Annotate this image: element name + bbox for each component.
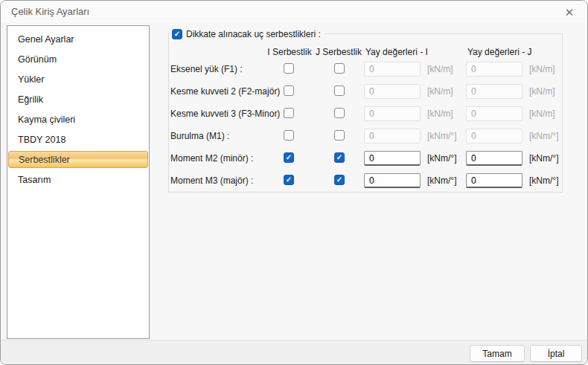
i-release-checkbox[interactable]: ✓ <box>284 85 294 96</box>
spring-value-i-input <box>364 84 421 99</box>
i-release-checkbox[interactable]: ✓ <box>284 108 294 118</box>
j-release-checkbox[interactable]: ✓ <box>334 85 345 96</box>
row-label: Kesme kuvveti 3 (F3-Minor) : <box>170 109 285 119</box>
dialog-window: Çelik Kiriş Ayarları ✕ Genel AyarlarGörü… <box>0 0 588 365</box>
j-release-checkbox[interactable]: ✓ <box>334 130 345 140</box>
spring-value-i-input[interactable] <box>364 151 421 166</box>
ok-button[interactable]: Tamam <box>470 345 525 362</box>
row-label: Eksenel yük (F1) : <box>170 64 243 74</box>
unit-label-j: [kNm/°] <box>529 175 558 186</box>
check-icon: ✓ <box>286 154 292 161</box>
unit-label-i: [kNm/°] <box>427 175 456 186</box>
group-title: Dikkate alınacak uç serbestlikleri : <box>186 29 321 39</box>
i-release-checkbox[interactable]: ✓ <box>284 63 294 74</box>
release-row: Moment M3 (majör) :✓✓[kNm/°][kNm/°] <box>168 172 563 190</box>
i-release-checkbox[interactable]: ✓ <box>284 152 294 163</box>
check-icon: ✓ <box>336 154 342 161</box>
check-icon: ✓ <box>336 176 342 184</box>
check-icon: ✓ <box>286 176 292 184</box>
spring-value-j-input[interactable] <box>466 173 523 188</box>
unit-label-i: [kN/m] <box>427 109 453 119</box>
spring-value-i-input <box>364 106 421 121</box>
unit-label-j: [kN/m] <box>529 109 555 119</box>
j-release-checkbox[interactable]: ✓ <box>334 152 345 163</box>
spring-value-j-input <box>466 129 523 143</box>
j-release-checkbox[interactable]: ✓ <box>334 175 345 185</box>
i-release-checkbox[interactable]: ✓ <box>284 130 294 140</box>
group-legend: ✓ Dikkate alınacak uç serbestlikleri : <box>170 28 325 40</box>
spring-value-i-input <box>364 129 421 143</box>
unit-label-j: [kNm/°] <box>529 153 558 164</box>
i-release-checkbox[interactable]: ✓ <box>284 175 294 185</box>
release-row: Moment M2 (minör) :✓✓[kNm/°][kNm/°] <box>168 150 563 168</box>
spring-value-i-input <box>364 62 421 77</box>
row-label: Burulma (M1) : <box>170 131 229 141</box>
cancel-button[interactable]: İptal <box>530 345 582 362</box>
release-rows: Eksenel yük (F1) :✓✓[kN/m][kN/m]Kesme ku… <box>1 1 587 364</box>
unit-label-j: [kNm/°] <box>529 131 558 141</box>
release-row: Burulma (M1) :✓✓[kNm/°][kNm/°] <box>168 128 563 146</box>
spring-value-j-input <box>466 62 523 77</box>
unit-label-j: [kN/m] <box>529 86 555 97</box>
spring-value-j-input <box>466 106 523 121</box>
group-enable-checkbox[interactable]: ✓ <box>172 29 182 39</box>
unit-label-i: [kN/m] <box>427 64 453 74</box>
release-row: Kesme kuvveti 2 (F2-majör)✓✓[kN/m][kN/m] <box>168 83 563 101</box>
unit-label-i: [kN/m] <box>427 86 453 97</box>
row-label: Moment M3 (majör) : <box>170 175 253 186</box>
unit-label-i: [kNm/°] <box>427 131 456 141</box>
spring-value-i-input[interactable] <box>364 173 421 188</box>
row-label: Moment M2 (minör) : <box>170 153 253 164</box>
release-row: Eksenel yük (F1) :✓✓[kN/m][kN/m] <box>168 61 563 79</box>
j-release-checkbox[interactable]: ✓ <box>334 108 345 118</box>
unit-label-j: [kN/m] <box>529 64 555 74</box>
spring-value-j-input[interactable] <box>466 151 523 166</box>
row-label: Kesme kuvveti 2 (F2-majör) <box>170 86 280 97</box>
check-icon: ✓ <box>174 30 180 38</box>
unit-label-i: [kNm/°] <box>427 153 456 164</box>
spring-value-j-input <box>466 84 523 99</box>
release-row: Kesme kuvveti 3 (F3-Minor) :✓✓[kN/m][kN/… <box>168 106 563 123</box>
footer-bar: Tamam İptal <box>1 340 587 365</box>
j-release-checkbox[interactable]: ✓ <box>334 63 345 74</box>
